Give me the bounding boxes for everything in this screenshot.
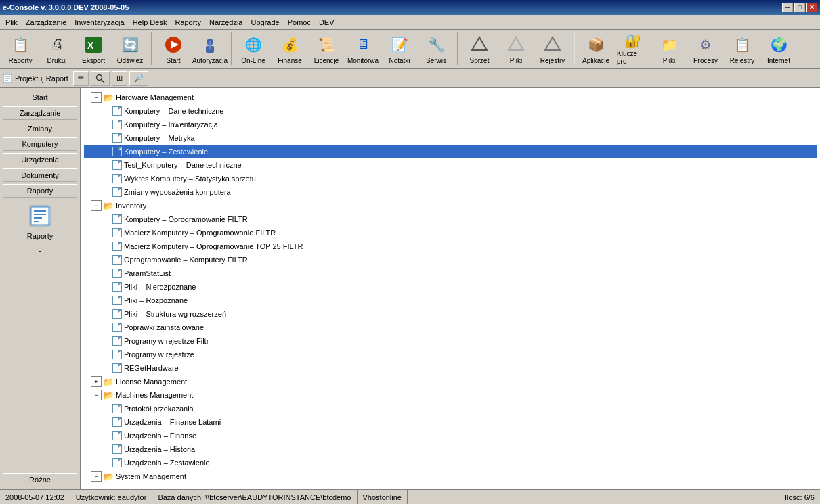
toolbar-serwis[interactable]: 🔧 Serwis: [418, 31, 454, 66]
sidebar-btn-raporty[interactable]: Raporty: [3, 184, 77, 198]
subtoolbar-search-btn[interactable]: [91, 71, 110, 86]
tree-node-inv11[interactable]: Programy w rejestrze: [84, 348, 817, 361]
tree-node-mm[interactable]: − 📂 Machines Management: [84, 388, 817, 402]
tree-node-inv1[interactable]: Komputery – Oprogramowanie FILTR: [84, 212, 817, 226]
tree-node-mm4[interactable]: Urządzenia – Historia: [84, 442, 817, 456]
toolbar-sprzet[interactable]: Sprzęt: [462, 31, 497, 66]
menu-pomoc[interactable]: Pomoc: [284, 17, 315, 28]
tree-node-inv3[interactable]: Macierz Komputery – Oprogramowanie TOP 2…: [84, 239, 817, 253]
menu-raporty[interactable]: Raporty: [171, 17, 205, 28]
menu-upgrade[interactable]: Upgrade: [246, 17, 283, 28]
tree-node-mm1[interactable]: Protokół przekazania: [84, 402, 817, 415]
report-label: Projektuj Raport: [15, 74, 68, 83]
sep2: [231, 32, 232, 65]
toolbar-finanse[interactable]: 💰 Finanse: [272, 31, 307, 66]
toolbar-odswiez[interactable]: 🔄 Odśwież: [112, 31, 148, 66]
subtoolbar-zoom-btn[interactable]: 🔎: [129, 71, 148, 86]
tree-node-hm7[interactable]: Zmiany wyposażenia komputera: [84, 185, 817, 199]
tree-label-mm4: Urządzenia – Historia: [124, 445, 195, 453]
tree-node-hm5[interactable]: Test_Komputery – Dane techniczne: [84, 158, 817, 172]
tree-node-inv6[interactable]: Pliki – Nierozpoznane: [84, 280, 817, 294]
tree-container[interactable]: − 📂 Hardware Management Komputery – Dane…: [81, 88, 820, 489]
svg-line-15: [101, 79, 104, 83]
tree-node-sm[interactable]: − 📂 System Management: [84, 469, 817, 483]
tree-node-inv9[interactable]: Poprawki zainstalowane: [84, 321, 817, 334]
close-button[interactable]: ✕: [806, 3, 817, 12]
tree-node-inv12[interactable]: REGetHardware: [84, 361, 817, 375]
tree-node-inv2[interactable]: Macierz Komputery – Oprogramowanie FILTR: [84, 226, 817, 239]
sidebar-btn-zarzadzanie[interactable]: Zarządzanie: [3, 106, 77, 120]
sidebar-btn-komputery[interactable]: Komputery: [3, 137, 77, 151]
tree-node-hm3[interactable]: Komputery – Metryka: [84, 131, 817, 145]
toolbar-pliki1[interactable]: Pliki: [498, 31, 534, 66]
maximize-button[interactable]: □: [794, 3, 805, 12]
tree-label-hm: Hardware Management: [116, 93, 194, 101]
status-host: Vhostonline: [358, 490, 408, 504]
sidebar-btn-dokumenty[interactable]: Dokumenty: [3, 168, 77, 182]
tree-node-hm2[interactable]: Komputery – Inwentaryzacja: [84, 118, 817, 131]
subtoolbar-edit-btn[interactable]: ✏: [73, 71, 89, 86]
toolbar-pliki2[interactable]: 📁 Pliki: [651, 31, 687, 66]
toolbar-rejestry2[interactable]: 📋 Rejestry: [725, 31, 760, 66]
tree-node-hm[interactable]: − 📂 Hardware Management: [84, 91, 817, 104]
tree-node-inv8[interactable]: Pliki – Struktura wg rozszerzeń: [84, 307, 817, 321]
tree-node-hm4[interactable]: Komputery – Zestawienie: [84, 145, 817, 158]
toolbar-autoryzacja-label: Autoryzacja: [192, 57, 228, 64]
menu-dev[interactable]: DEV: [315, 17, 339, 28]
pliki1-icon: [505, 34, 527, 55]
tree-node-inv7[interactable]: Pliki – Rozpoznane: [84, 294, 817, 307]
toolbar-drukuj[interactable]: 🖨 Drukuj: [39, 31, 74, 66]
toolbar-eksport[interactable]: X Eksport: [76, 31, 111, 66]
expander-sm[interactable]: −: [91, 471, 102, 482]
toolbar-autoryzacja[interactable]: Autoryzacja: [192, 31, 228, 66]
tree-node-mm5[interactable]: Urządzenia – Zestawienie: [84, 456, 817, 469]
tree-label-inv1: Komputery – Oprogramowanie FILTR: [124, 215, 248, 223]
tree-node-hm6[interactable]: Wykres Komputery – Statystyka sprzetu: [84, 172, 817, 185]
search-icon: [95, 74, 105, 83]
toolbar-internet[interactable]: 🌍 Internet: [761, 31, 796, 66]
sidebar-btn-start[interactable]: Start: [3, 91, 77, 104]
menu-helpdesk[interactable]: Help Desk: [129, 17, 171, 28]
toolbar-online[interactable]: 🌐 On-Line: [236, 31, 271, 66]
expander-inv[interactable]: −: [91, 200, 102, 211]
sidebar-btn-zmiany[interactable]: Zmiany: [3, 122, 77, 135]
pliki2-icon: 📁: [658, 34, 680, 55]
tree-node-hm1[interactable]: Komputery – Dane techniczne: [84, 104, 817, 118]
toolbar-start[interactable]: Start: [156, 31, 191, 66]
toolbar-monitorwa[interactable]: 🖥 Monitorwa: [345, 31, 381, 66]
tree-node-mm3[interactable]: Urządzenia – Finanse: [84, 429, 817, 442]
minimize-button[interactable]: ─: [782, 3, 793, 12]
toolbar-klucze[interactable]: 🔐 Klucze pro: [615, 31, 650, 66]
sidebar-btn-urzadzenia[interactable]: Urządzenia: [3, 153, 77, 166]
tree-node-inv5[interactable]: ParamStatList: [84, 267, 817, 280]
online-icon: 🌐: [242, 34, 264, 55]
expander-hm[interactable]: −: [91, 92, 102, 103]
menu-inwentaryzacja[interactable]: Inwentaryzacja: [70, 17, 128, 28]
doc-hm3-icon: [112, 133, 122, 143]
tree-node-lm[interactable]: + 📁 License Management: [84, 375, 817, 388]
tree-node-inv10[interactable]: Programy w rejestrze Filtr: [84, 334, 817, 348]
toolbar-licencje[interactable]: 📜 Licencje: [309, 31, 344, 66]
toolbar-procesy[interactable]: ⚙ Procesy: [688, 31, 723, 66]
doc-hm6-icon: [112, 174, 122, 183]
expander-lm[interactable]: +: [91, 376, 102, 387]
menu-narzedzia[interactable]: Narzędzia: [205, 17, 247, 28]
tree-label-hm1: Komputery – Dane techniczne: [124, 107, 223, 115]
sidebar-raporty-icon-btn[interactable]: Raporty: [3, 200, 77, 243]
subtoolbar-grid-btn[interactable]: ⊞: [112, 71, 127, 86]
tree-label-lm: License Management: [116, 377, 187, 386]
expander-mm[interactable]: −: [91, 390, 102, 400]
tree-node-inv4[interactable]: Oprogramowanie – Komputery FILTR: [84, 253, 817, 267]
sidebar-btn-rozne[interactable]: Różne: [3, 473, 77, 486]
tree-node-mm2[interactable]: Urządzenia – Finanse Latami: [84, 415, 817, 429]
sep3: [457, 32, 458, 65]
menu-zarzadzanie[interactable]: Zarządzanie: [22, 17, 71, 28]
content-area: − 📂 Hardware Management Komputery – Dane…: [81, 88, 820, 489]
toolbar-notatki[interactable]: 📝 Notatki: [382, 31, 417, 66]
toolbar-raporty[interactable]: 📋 Raporty: [3, 31, 38, 66]
toolbar-aplikacje[interactable]: 📦 Aplikacje: [578, 31, 613, 66]
menu-plik[interactable]: Plik: [1, 17, 22, 28]
toolbar-rejestry1[interactable]: Rejestry: [535, 31, 570, 66]
tree-label-mm: Machines Management: [116, 391, 193, 399]
tree-node-inv[interactable]: − 📂 Inventory: [84, 199, 817, 212]
